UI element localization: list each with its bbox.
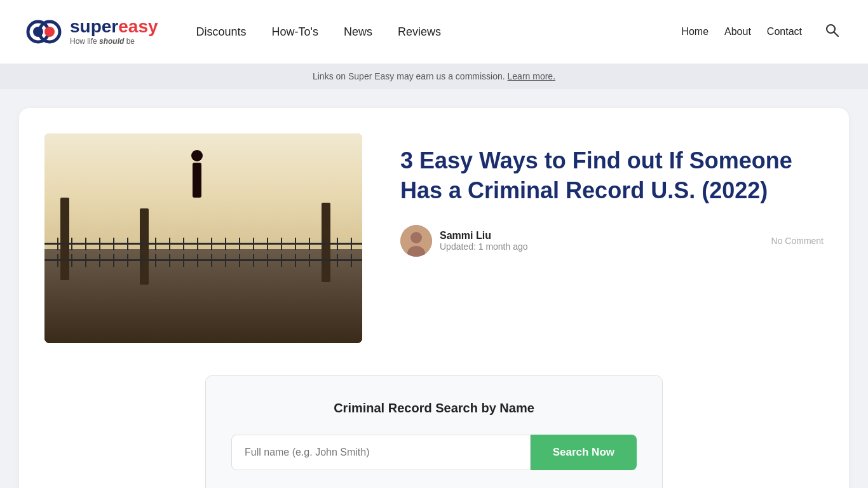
article-content: 3 Easy Ways to Find out If Someone Has a… [400,133,824,257]
nav-howtos[interactable]: How-To's [272,25,318,39]
author-details: Sammi Liu Updated: 1 month ago [440,230,528,252]
search-icon [824,22,839,37]
svg-line-5 [834,32,839,37]
nav-contact[interactable]: Contact [767,26,802,37]
search-form: Search Now [231,435,637,470]
article-header: 3 Easy Ways to Find out If Someone Has a… [44,133,824,343]
logo-text: supereasy How life should be [70,18,158,46]
author-name: Sammi Liu [440,230,528,241]
nav-discounts[interactable]: Discounts [196,25,247,39]
search-input[interactable] [231,435,531,470]
nav-about[interactable]: About [724,26,751,37]
author-info: Sammi Liu Updated: 1 month ago [400,225,528,257]
article-meta: Sammi Liu Updated: 1 month ago No Commen… [400,225,824,257]
header-right: Home About Contact [681,19,843,44]
svg-point-3 [44,27,55,37]
logo-icon [25,13,64,51]
search-now-button[interactable]: Search Now [531,435,637,470]
secondary-nav: Home About Contact [681,26,802,37]
header-left: supereasy How life should be Discounts H… [25,13,441,51]
updated-time: Updated: 1 month ago [440,241,528,252]
site-header: supereasy How life should be Discounts H… [0,0,868,64]
svg-point-7 [410,232,422,243]
learn-more-link[interactable]: Learn more. [508,71,555,81]
search-icon-button[interactable] [821,19,843,44]
logo-brand: supereasy [70,18,158,36]
no-comment-label: No Comment [771,236,824,246]
search-widget: Criminal Record Search by Name Search No… [205,375,663,488]
commission-banner: Links on Super Easy may earn us a commis… [0,64,868,89]
author-avatar [400,225,432,257]
nav-reviews[interactable]: Reviews [398,25,441,39]
main-nav: Discounts How-To's News Reviews [196,25,442,39]
main-content-card: 3 Easy Ways to Find out If Someone Has a… [19,108,849,488]
article-title: 3 Easy Ways to Find out If Someone Has a… [400,146,824,206]
article-image [44,133,362,343]
logo-tagline: How life should be [70,37,158,46]
logo[interactable]: supereasy How life should be [25,13,158,51]
nav-home[interactable]: Home [681,26,709,37]
search-widget-title: Criminal Record Search by Name [231,401,637,416]
nav-news[interactable]: News [344,25,372,39]
